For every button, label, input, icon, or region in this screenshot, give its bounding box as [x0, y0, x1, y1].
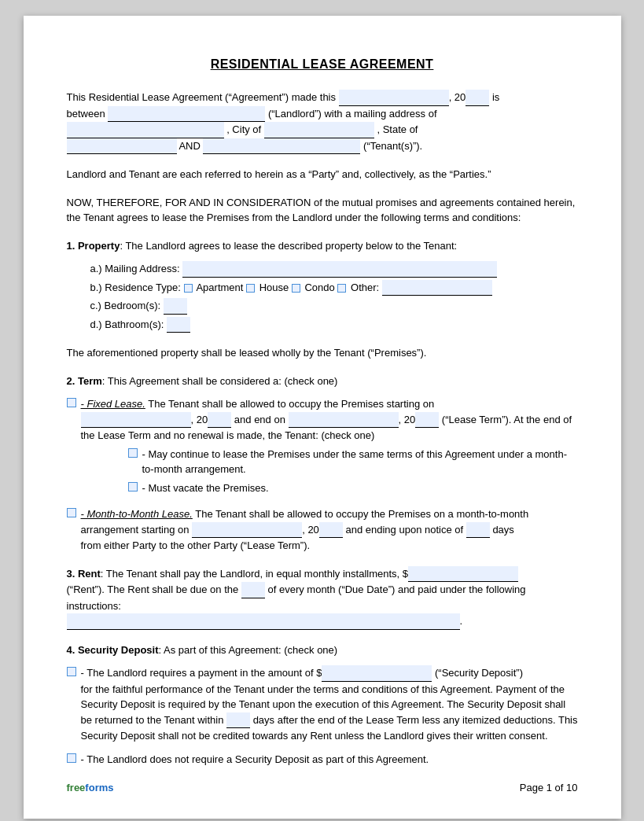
apartment-label: Apartment	[196, 282, 243, 293]
bedrooms-item: c.) Bedroom(s):	[90, 298, 578, 315]
section1-header-line: 1. Property: The Landlord agrees to leas…	[67, 238, 578, 254]
landlord-label: (“Landlord”) with a mailing address of	[268, 108, 437, 120]
month-ending: and ending upon notice of	[345, 524, 463, 536]
fixed-start-date-field[interactable]	[81, 412, 191, 429]
section4-text: : As part of this Agreement: (check one)	[159, 644, 338, 656]
year-field[interactable]	[466, 90, 489, 106]
fixed-lease-text: The Tenant shall be allowed to occupy th…	[145, 398, 434, 410]
fixed-end-date-field[interactable]	[289, 412, 399, 429]
fixed-option2-line: - Must vacate the Premises.	[128, 480, 578, 496]
month-year-field[interactable]	[319, 522, 343, 539]
house-checkbox[interactable]	[246, 284, 255, 293]
fixed-options: - May continue to lease the Premises und…	[81, 447, 578, 496]
fixed-option1-text: - May continue to lease the Premises und…	[142, 447, 578, 477]
document-page: RESIDENTIAL LEASE AGREEMENT This Residen…	[24, 16, 621, 819]
security-deposit-option1-checkbox[interactable]	[67, 667, 76, 676]
fixed-year-b-field[interactable]	[415, 412, 439, 429]
state-field[interactable]	[67, 138, 177, 155]
other-checkbox[interactable]	[337, 284, 346, 293]
security-deposit-label: (“Security Deposit”)	[435, 667, 523, 679]
security-return-days-field[interactable]	[226, 712, 250, 729]
bathrooms-item: d.) Bathroom(s):	[90, 317, 578, 333]
security-deposit-option2-text: - The Landlord does not require a Securi…	[81, 752, 429, 768]
section1-text: : The Landlord agrees to lease the descr…	[120, 240, 457, 252]
month-lease-line: - Month-to-Month Lease. The Tenant shall…	[67, 506, 578, 554]
month-close: from either Party to the other Party (“L…	[81, 539, 311, 551]
section2-month-block: - Month-to-Month Lease. The Tenant shall…	[67, 506, 578, 554]
security-deposit-option1-content: - The Landlord requires a payment in the…	[81, 665, 578, 744]
security-deposit-option2-checkbox[interactable]	[67, 753, 76, 763]
section2-header-line: 2. Term: This Agreement shall be conside…	[67, 374, 578, 389]
intro-line1-end: is	[492, 91, 499, 103]
page-number: Page 1 of 10	[520, 780, 578, 796]
fixed-lease-checkbox[interactable]	[67, 398, 76, 407]
fixed-year-a-field[interactable]	[208, 412, 231, 429]
month-days-label: days	[492, 524, 513, 536]
security-deposit-amount-field[interactable]	[322, 665, 432, 682]
security-deposit-option1-start: - The Landlord requires a payment in the…	[81, 667, 322, 679]
month-days-field[interactable]	[466, 522, 490, 539]
city-label: , City of	[226, 123, 261, 135]
section4-header-line: 4. Security Deposit: As part of this Agr…	[67, 642, 578, 658]
brand: freeforms	[67, 780, 114, 796]
security-deposit-option2-line: - The Landlord does not require a Securi…	[67, 752, 578, 768]
landlord-name-field[interactable]	[108, 106, 265, 123]
month-start-date-field[interactable]	[192, 522, 302, 539]
tenant-label: (“Tenant(s)”).	[363, 140, 422, 152]
section2-header: 2. Term	[67, 375, 102, 387]
fixed-option1-line: - May continue to lease the Premises und…	[128, 447, 578, 477]
section4-option1-block: - The Landlord requires a payment in the…	[67, 665, 578, 744]
rent-close: (“Rent”). The Rent shall be due on the	[67, 584, 239, 595]
intro-line1-start: This Residential Lease Agreement (“Agree…	[67, 91, 337, 103]
city-field[interactable]	[264, 122, 374, 138]
state-label: , State of	[377, 123, 418, 135]
section3-block: 3. Rent: The Tenant shall pay the Landlo…	[67, 566, 578, 630]
between-label: between	[67, 108, 105, 120]
bedrooms-field[interactable]	[164, 298, 187, 315]
fixed-option1-checkbox[interactable]	[128, 448, 138, 458]
and-label: AND	[178, 140, 200, 152]
rent-period: .	[460, 615, 463, 627]
security-deposit-option1-line: - The Landlord requires a payment in the…	[67, 665, 578, 744]
bedrooms-label: c.) Bedroom(s):	[90, 300, 161, 311]
fixed-lease-line: - Fixed Lease. The Tenant shall be allow…	[67, 396, 578, 499]
document-footer: freeforms Page 1 of 10	[67, 780, 578, 796]
other-field[interactable]	[382, 280, 492, 296]
section2-text: : This Agreement shall be considered a: …	[102, 375, 338, 387]
now-therefore: NOW, THEREFORE, FOR AND IN CONSIDERATION…	[67, 195, 578, 226]
fixed-and-end: and end on	[234, 414, 285, 425]
section4-option2-block: - The Landlord does not require a Securi…	[67, 752, 578, 768]
bathrooms-field[interactable]	[167, 317, 190, 333]
house-label: House	[259, 282, 289, 293]
rent-instructions-field[interactable]	[67, 613, 460, 630]
month-lease-checkbox[interactable]	[67, 508, 76, 517]
fixed-option2-text: - Must vacate the Premises.	[142, 480, 269, 496]
brand-free: free	[67, 782, 86, 793]
fixed-option2-checkbox[interactable]	[128, 482, 138, 491]
property-address-field[interactable]	[182, 261, 497, 278]
bathrooms-label: d.) Bathroom(s):	[90, 318, 164, 330]
section2-fixed-block: - Fixed Lease. The Tenant shall be allow…	[67, 396, 578, 499]
premises-closing: The aforementioned property shall be lea…	[67, 345, 578, 361]
section1-header: 1. Property	[67, 240, 120, 252]
section3-text: : The Tenant shall pay the Landlord, in …	[101, 568, 408, 580]
parties-notice: Landlord and Tenant are each referred to…	[67, 167, 578, 182]
rent-due-day-field[interactable]	[241, 582, 265, 598]
address-label: a.) Mailing Address:	[90, 263, 180, 274]
date-field[interactable]	[339, 90, 449, 106]
condo-checkbox[interactable]	[292, 284, 300, 293]
section4-header: 4. Security Deposit	[67, 644, 159, 656]
fixed-20a: 20	[197, 414, 208, 425]
fixed-lease-content: - Fixed Lease. The Tenant shall be allow…	[81, 396, 578, 499]
apartment-checkbox[interactable]	[184, 284, 193, 293]
rent-amount-field[interactable]	[408, 566, 518, 583]
residence-label: b.) Residence Type:	[90, 282, 181, 293]
mailing-address-field[interactable]	[67, 122, 224, 138]
brand-forms: forms	[85, 782, 113, 793]
month-20: 20	[307, 524, 318, 536]
year-label: 20	[454, 91, 466, 103]
tenant-name-field[interactable]	[203, 138, 360, 155]
month-lease-content: - Month-to-Month Lease. The Tenant shall…	[81, 506, 578, 554]
condo-label: Condo	[304, 282, 334, 293]
other-label: Other:	[351, 282, 379, 293]
